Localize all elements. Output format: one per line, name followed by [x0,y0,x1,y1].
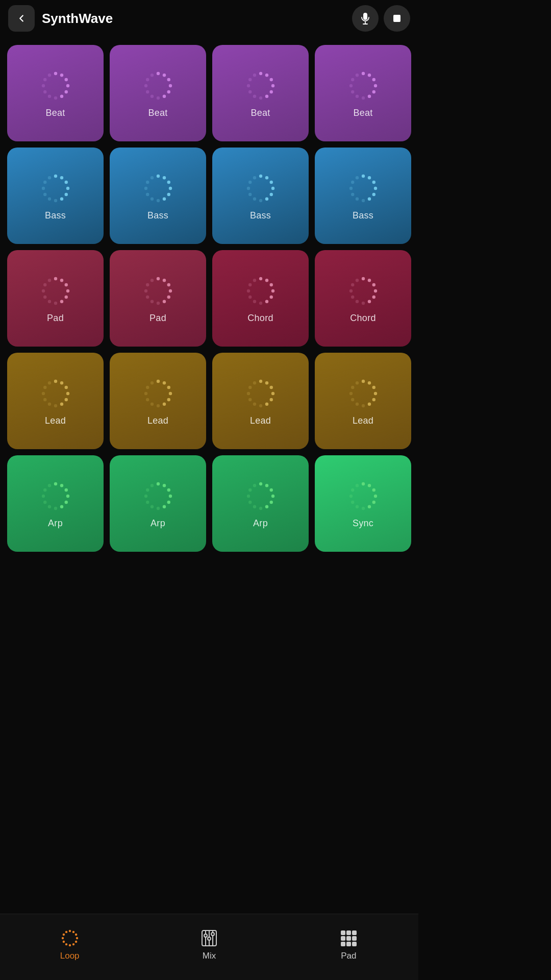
nav-mix[interactable]: Mix [184,923,234,966]
svg-point-51 [351,90,354,93]
svg-point-85 [271,187,274,190]
svg-point-55 [41,174,70,203]
svg-point-130 [144,289,147,292]
pad-tile-1[interactable]: Pad [7,250,104,347]
svg-point-148 [367,279,370,282]
svg-point-204 [367,403,370,406]
svg-point-280 [204,934,207,937]
svg-point-224 [144,482,172,510]
svg-point-22 [162,95,165,98]
svg-point-262 [355,484,358,487]
svg-point-124 [168,289,171,292]
svg-point-173 [156,380,159,383]
stop-button[interactable] [384,5,410,32]
svg-rect-2 [393,15,400,22]
svg-point-251 [361,482,364,485]
sync-tile-1[interactable]: Sync [315,455,411,552]
svg-point-185 [246,379,275,408]
beat-label-2: Beat [148,108,167,118]
loop-icon [60,928,80,948]
lead-tile-3[interactable]: Lead [212,353,309,449]
lead-label-1: Lead [45,415,66,426]
svg-point-157 [351,283,354,286]
svg-point-231 [156,507,159,510]
arp-tile-3[interactable]: Arp [212,455,309,552]
svg-point-151 [372,296,375,299]
svg-point-196 [248,386,252,389]
pad-nav-label: Pad [341,951,356,961]
bass-tile-1[interactable]: Bass [7,148,104,244]
svg-point-9 [60,95,63,98]
svg-point-212 [54,482,57,485]
microphone-button[interactable] [352,5,379,32]
svg-point-92 [248,181,252,184]
svg-point-45 [372,78,375,81]
svg-point-126 [162,300,165,303]
beat-tile-4[interactable]: Beat [315,45,411,141]
svg-point-140 [259,302,262,305]
svg-point-98 [373,187,377,190]
svg-point-235 [146,488,149,492]
svg-rect-291 [352,942,357,946]
svg-point-189 [271,392,274,395]
bass-tile-2[interactable]: Bass [110,148,206,244]
svg-point-188 [269,386,272,389]
svg-point-36 [259,96,262,100]
svg-point-53 [351,78,354,81]
bass-tile-3[interactable]: Bass [212,148,309,244]
beat-tile-2[interactable]: Beat [110,45,206,141]
svg-point-209 [351,386,354,389]
svg-point-234 [144,495,147,498]
svg-point-12 [43,90,46,93]
nav-pad[interactable]: Pad [323,923,373,966]
pad-tile-2[interactable]: Pad [110,250,206,347]
svg-point-217 [60,505,63,508]
chord-tile-1[interactable]: Chord [212,250,309,347]
bass-tile-4[interactable]: Bass [315,148,411,244]
svg-point-127 [156,302,159,305]
svg-point-68 [144,174,172,203]
arp-label-2: Arp [151,518,165,529]
bass-label-1: Bass [45,210,66,221]
svg-point-164 [64,398,67,401]
svg-point-236 [150,484,153,487]
arp-tile-2[interactable]: Arp [110,455,206,552]
chord-tile-2[interactable]: Chord [315,250,411,347]
svg-point-83 [265,176,268,179]
svg-point-190 [269,398,272,401]
svg-point-274 [62,933,64,935]
lead-tile-2[interactable]: Lead [110,353,206,449]
svg-point-99 [372,193,375,196]
arp-tile-1[interactable]: Arp [7,455,104,552]
back-button[interactable] [8,5,35,32]
pad-icon [339,928,358,948]
beat-tile-3[interactable]: Beat [212,45,309,141]
svg-point-281 [208,937,211,940]
svg-point-150 [373,289,377,292]
svg-point-123 [167,283,170,286]
svg-point-270 [68,944,70,946]
svg-rect-288 [352,936,357,941]
nav-loop[interactable]: Loop [45,923,95,966]
svg-point-91 [246,187,249,190]
svg-point-245 [253,505,256,508]
lead-label-4: Lead [353,415,373,426]
lead-tile-4[interactable]: Lead [315,353,411,449]
bass-label-4: Bass [353,210,373,221]
svg-point-232 [150,505,153,508]
svg-point-174 [162,381,165,384]
beat-tile-1[interactable]: Beat [7,45,104,141]
svg-point-5 [60,74,63,77]
bottom-navigation: Loop Mix [0,914,418,980]
svg-point-94 [349,174,378,203]
lead-tile-1[interactable]: Lead [7,353,104,449]
bass-label-3: Bass [250,210,271,221]
svg-point-175 [167,386,170,389]
svg-point-255 [372,501,375,504]
svg-point-176 [168,392,171,395]
svg-point-165 [60,403,63,406]
svg-rect-290 [346,942,351,946]
bass-label-2: Bass [147,210,168,221]
svg-point-48 [367,95,370,98]
svg-point-183 [146,386,149,389]
